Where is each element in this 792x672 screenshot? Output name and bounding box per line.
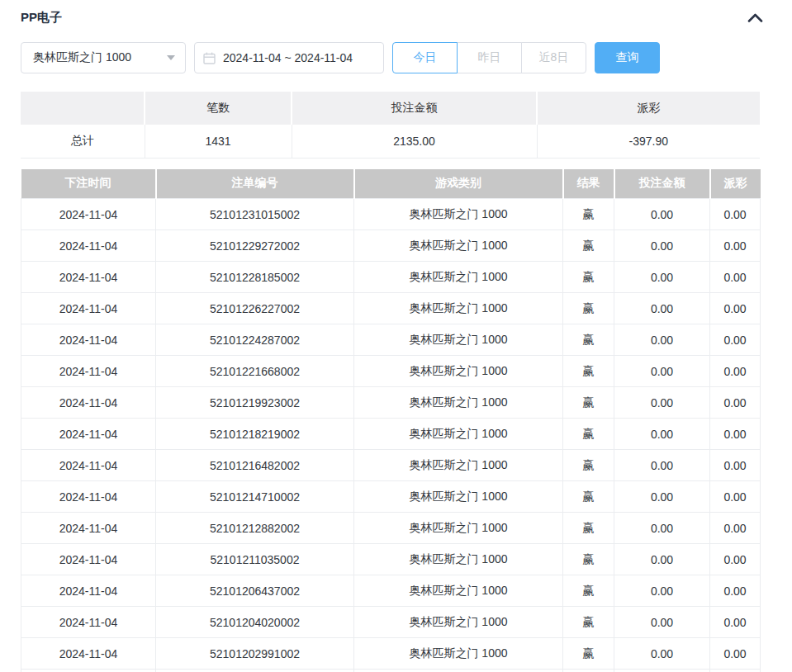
cell-order-number: 52101228185002 [156, 262, 354, 293]
cell-result: 赢 [563, 419, 614, 450]
game-select-value: 奥林匹斯之门 1000 [33, 50, 131, 65]
cell-bet-time: 2024-11-04 [21, 293, 156, 324]
cell-result: 赢 [563, 356, 614, 387]
summary-header-blank [21, 92, 145, 125]
cell-bet-amount: 0.00 [614, 199, 710, 230]
summary-header-row: 笔数 投注金额 派彩 [21, 92, 760, 125]
cell-bet-amount: 0.00 [614, 324, 710, 356]
cell-bet-time: 2024-11-04 [21, 387, 156, 419]
cell-order-number: 52101226227002 [156, 293, 354, 324]
cell-order-number: 52101231015002 [156, 199, 354, 230]
cell-result: 赢 [563, 638, 614, 670]
cell-result: 赢 [563, 544, 614, 575]
cell-game-category: 奥林匹斯之门 1000 [354, 262, 563, 293]
header-result: 结果 [563, 169, 614, 199]
cell-bet-amount: 0.00 [614, 481, 710, 513]
cell-bet-time: 2024-11-04 [21, 419, 156, 450]
today-button[interactable]: 今日 [392, 42, 458, 73]
cell-payout: 0.00 [710, 450, 761, 481]
summary-total-label: 总计 [21, 125, 145, 158]
cell-game-category: 奥林匹斯之门 1000 [354, 575, 563, 607]
table-row: 2024-11-0452101228185002奥林匹斯之门 1000赢0.00… [21, 262, 761, 293]
table-row: 2024-11-0452101216482002奥林匹斯之门 1000赢0.00… [21, 450, 761, 481]
bet-records-table: 下注时间 注单编号 游戏类别 结果 投注金额 派彩 2024-11-045210… [21, 169, 761, 672]
cell-game-category: 奥林匹斯之门 1000 [354, 513, 563, 544]
table-row: 2024-11-0452101226227002奥林匹斯之门 1000赢0.00… [21, 293, 761, 324]
cell-game-category: 奥林匹斯之门 1000 [354, 419, 563, 450]
cell-payout: 0.00 [710, 419, 761, 450]
cell-game-category: 奥林匹斯之门 1000 [354, 356, 563, 387]
table-row: 2024-11-0452101211035002奥林匹斯之门 1000赢0.00… [21, 544, 761, 575]
cell-bet-amount: 0.00 [614, 607, 710, 638]
filter-controls: 奥林匹斯之门 1000 2024-11-04 ~ 2024-11-04 今日 昨… [21, 42, 792, 73]
table-row: 2024-11-0452101204020002奥林匹斯之门 1000赢0.00… [21, 607, 761, 638]
cell-order-number: 52101211035002 [156, 544, 354, 575]
cell-payout: 0.00 [710, 607, 761, 638]
cell-order-number: 52101224287002 [156, 324, 354, 356]
quick-range-button-group: 今日 昨日 近8日 [392, 42, 586, 73]
cell-order-number: 52101219923002 [156, 387, 354, 419]
cell-bet-amount: 0.00 [614, 387, 710, 419]
cell-game-category: 奥林匹斯之门 1000 [354, 607, 563, 638]
table-row: 2024-11-0452101221668002奥林匹斯之门 1000赢0.00… [21, 356, 761, 387]
table-row: 2024-11-0452101218219002奥林匹斯之门 1000赢0.00… [21, 419, 761, 450]
cell-payout: 0.00 [710, 387, 761, 419]
cell-bet-amount: 0.00 [614, 262, 710, 293]
table-row: 2024-11-0452101224287002奥林匹斯之门 1000赢0.00… [21, 324, 761, 356]
table-header-row: 下注时间 注单编号 游戏类别 结果 投注金额 派彩 [21, 169, 761, 199]
cell-bet-amount: 0.00 [614, 544, 710, 575]
date-range-input[interactable]: 2024-11-04 ~ 2024-11-04 [194, 42, 384, 73]
cell-order-number: 52101221668002 [156, 356, 354, 387]
cell-payout: 0.00 [710, 638, 761, 670]
last-8-days-button[interactable]: 近8日 [521, 42, 586, 73]
cell-order-number: 52101212882002 [156, 513, 354, 544]
cell-bet-amount: 0.00 [614, 513, 710, 544]
cell-game-category: 奥林匹斯之门 1000 [354, 481, 563, 513]
cell-bet-amount: 0.00 [614, 356, 710, 387]
cell-result: 赢 [563, 575, 614, 607]
header-game-category: 游戏类别 [354, 169, 563, 199]
cell-payout: 0.00 [710, 544, 761, 575]
game-select[interactable]: 奥林匹斯之门 1000 [21, 42, 186, 73]
cell-bet-amount: 0.00 [614, 450, 710, 481]
table-row: 2024-11-0452101219923002奥林匹斯之门 1000赢0.00… [21, 387, 761, 419]
cell-payout: 0.00 [710, 513, 761, 544]
summary-header-payout: 派彩 [537, 92, 760, 125]
cell-payout: 0.00 [710, 356, 761, 387]
cell-payout: 0.00 [710, 481, 761, 513]
cell-order-number: 52101202991002 [156, 638, 354, 670]
cell-payout: 0.00 [710, 262, 761, 293]
cell-result: 赢 [563, 607, 614, 638]
cell-game-category: 奥林匹斯之门 1000 [354, 230, 563, 262]
header-bet-time: 下注时间 [21, 169, 156, 199]
cell-payout: 0.00 [710, 324, 761, 356]
cell-payout: 0.00 [710, 230, 761, 262]
summary-total-row: 总计 1431 2135.00 -397.90 [21, 125, 760, 158]
cell-bet-time: 2024-11-04 [21, 607, 156, 638]
cell-payout: 0.00 [710, 575, 761, 607]
cell-game-category: 奥林匹斯之门 1000 [354, 293, 563, 324]
cell-game-category: 奥林匹斯之门 1000 [354, 544, 563, 575]
cell-bet-time: 2024-11-04 [21, 450, 156, 481]
panel-header: PP电子 [21, 0, 760, 26]
chevron-up-icon [747, 13, 763, 22]
search-button[interactable]: 查询 [595, 42, 660, 73]
cell-game-category: 奥林匹斯之门 1000 [354, 324, 563, 356]
cell-bet-time: 2024-11-04 [21, 544, 156, 575]
cell-result: 赢 [563, 293, 614, 324]
header-payout: 派彩 [710, 169, 761, 199]
summary-header-count: 笔数 [145, 92, 292, 125]
summary-total-payout: -397.90 [537, 125, 760, 158]
cell-bet-time: 2024-11-04 [21, 356, 156, 387]
table-row: 2024-11-0452101231015002奥林匹斯之门 1000赢0.00… [21, 199, 761, 230]
pp-electronic-panel: PP电子 奥林匹斯之门 1000 2024-11-04 ~ 2024-11-04… [0, 0, 792, 672]
cell-bet-amount: 0.00 [614, 230, 710, 262]
cell-bet-time: 2024-11-04 [21, 575, 156, 607]
yesterday-button[interactable]: 昨日 [457, 42, 522, 73]
cell-bet-time: 2024-11-04 [21, 199, 156, 230]
cell-order-number: 52101204020002 [156, 607, 354, 638]
collapse-panel-button[interactable] [744, 12, 766, 24]
summary-header-bet-amount: 投注金额 [292, 92, 537, 125]
summary-total-count: 1431 [145, 125, 292, 158]
cell-order-number: 52101216482002 [156, 450, 354, 481]
